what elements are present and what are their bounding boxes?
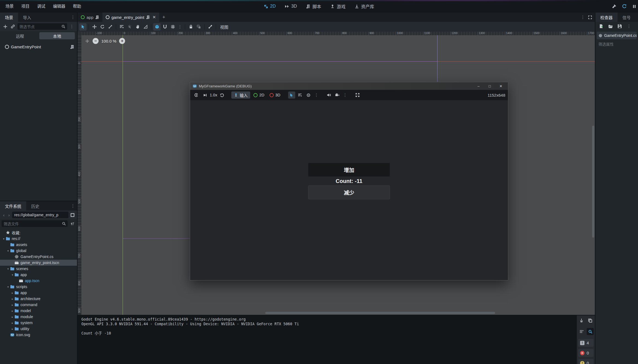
expander-icon[interactable]: ▾ — [10, 273, 14, 276]
fs-tree-item[interactable]: 收藏: — [0, 230, 77, 236]
vertical-scrollbar[interactable] — [592, 126, 594, 238]
local-tab[interactable]: 本地 — [39, 32, 75, 39]
scene-tab-app[interactable]: app — [78, 13, 102, 22]
game-window[interactable]: MyGFrameworkGame (DEBUG) – □ ✕ 1.0x — [190, 82, 508, 280]
decrease-button[interactable]: 减少 — [308, 185, 390, 199]
warnings-badge[interactable]: !0 — [578, 359, 593, 364]
snap-options-menu-icon[interactable] — [177, 24, 183, 29]
new-resource-button[interactable] — [598, 23, 604, 29]
collapse-duplicates-button[interactable] — [578, 328, 585, 335]
fs-tree-item[interactable]: ▾scripts — [0, 284, 77, 290]
center-view-icon[interactable] — [85, 39, 90, 44]
fs-tree-item[interactable]: ▾res:// — [0, 236, 77, 242]
new-scene-tab-button[interactable]: + — [159, 13, 169, 22]
expander-icon[interactable]: ▸ — [10, 297, 14, 300]
fs-dock-tab-menu-icon[interactable] — [70, 203, 76, 208]
remote-tab[interactable]: 远程 — [2, 32, 38, 39]
workspace-2d-tab[interactable]: 2D — [264, 4, 276, 9]
deselect-tool-button[interactable] — [126, 23, 133, 31]
inspector-tab-0[interactable]: 检查器 — [595, 13, 618, 22]
minimize-button[interactable]: – — [474, 82, 483, 90]
expander-icon[interactable]: ▸ — [10, 291, 14, 294]
rotate-tool-button[interactable] — [99, 23, 106, 31]
horizontal-scrollbar[interactable] — [265, 312, 495, 314]
build-hammer-icon[interactable] — [612, 4, 616, 9]
game-viewport[interactable]: 增加 Count: -11 减少 — [190, 100, 508, 280]
fs-tree-item[interactable]: ▾global — [0, 248, 77, 254]
expander-icon[interactable]: ▾ — [6, 267, 10, 270]
pan-tool-button[interactable] — [134, 23, 141, 31]
suspend-button[interactable] — [193, 91, 200, 99]
lock-node-button[interactable] — [187, 23, 194, 31]
zoom-out-button[interactable]: − — [93, 38, 99, 44]
view-menu-button[interactable]: 视图 — [218, 24, 231, 30]
menu-0[interactable]: 场景 — [2, 0, 17, 13]
menu-3[interactable]: 编辑器 — [49, 0, 69, 13]
clear-output-button[interactable] — [578, 317, 585, 324]
workspace-assetlib-tab[interactable]: 资产库 — [355, 3, 374, 10]
fs-tree-item[interactable]: ▾app — [0, 272, 77, 278]
fs-tree-item[interactable]: app.tscn — [0, 278, 77, 284]
scale-tool-button[interactable] — [107, 23, 114, 31]
workspace-3d-tab[interactable]: 3D — [285, 4, 297, 9]
restart-button[interactable] — [218, 91, 226, 99]
split-view-icon[interactable] — [69, 212, 75, 218]
grid-toggle-button[interactable] — [169, 23, 176, 31]
filter-files-input[interactable]: 筛选文件 — [2, 220, 68, 227]
load-resource-button[interactable] — [607, 23, 613, 29]
list-select-tool-button[interactable] — [118, 23, 125, 31]
fs-tree-item[interactable]: ▾scenes — [0, 266, 77, 272]
script-icon[interactable] — [95, 15, 99, 19]
game-fullscreen-button[interactable] — [354, 91, 361, 99]
expander-icon[interactable]: ▸ — [10, 327, 14, 330]
audio-toggle-button[interactable] — [325, 91, 332, 99]
nav-back-icon[interactable]: ‹ — [2, 213, 6, 217]
group-node-button[interactable] — [195, 23, 202, 31]
copy-output-button[interactable] — [587, 317, 594, 324]
sort-files-icon[interactable] — [69, 220, 75, 227]
increase-button[interactable]: 增加 — [308, 163, 390, 177]
move-tool-button[interactable] — [91, 23, 98, 31]
fs-tree-item[interactable]: ▸module — [0, 314, 77, 320]
selection-options-menu-icon[interactable] — [314, 93, 320, 97]
canvas-area[interactable]: − 100.0 % + MyGFrameworkGame (DEBUG) – □… — [81, 35, 595, 315]
script-icon[interactable] — [70, 45, 74, 49]
expand-viewport-icon[interactable] — [586, 14, 594, 21]
close-button[interactable]: ✕ — [496, 82, 506, 90]
expander-icon[interactable]: ▾ — [6, 249, 10, 252]
camera-2d-button[interactable]: 2D — [252, 91, 266, 99]
fs-tree-item[interactable]: game_entry_point.tscn — [0, 260, 77, 266]
pause-icon[interactable] — [632, 4, 636, 8]
save-resource-button[interactable] — [617, 23, 623, 29]
workspace-game-tab[interactable]: 游戏 — [330, 3, 345, 10]
focus-selection-button[interactable] — [305, 91, 312, 99]
camera-options-menu-icon[interactable] — [342, 93, 348, 97]
messages-badge[interactable]: !4 — [578, 339, 593, 347]
fs-tree-item[interactable]: ▸system — [0, 320, 77, 326]
input-mode-toggle[interactable]: 输入 — [231, 91, 250, 99]
game-select-mode-button[interactable] — [288, 91, 295, 99]
expander-icon[interactable]: ▾ — [6, 285, 10, 288]
add-node-button[interactable] — [2, 23, 8, 30]
inspector-tab-1[interactable]: 信号 — [618, 13, 636, 22]
fs-tree-item[interactable]: assets — [0, 242, 77, 248]
instance-scene-link-icon[interactable] — [10, 23, 16, 30]
close-tab-icon[interactable]: ✕ — [152, 15, 156, 20]
ruler-tool-button[interactable] — [142, 23, 149, 31]
fs-dock-tab-0[interactable]: 文件系统 — [0, 201, 26, 211]
skeleton-options-button[interactable] — [206, 23, 214, 31]
next-frame-button[interactable] — [201, 91, 208, 99]
zoom-level[interactable]: 100.0 % — [101, 39, 116, 43]
output-log[interactable]: Godot Engine v4.6.stable.mono.official.8… — [78, 315, 577, 364]
smart-snap-button[interactable] — [153, 23, 161, 31]
fs-tree-item[interactable]: icon.svg — [0, 332, 77, 338]
select-tool-button[interactable] — [79, 23, 87, 31]
scene-tab-game_entry_point[interactable]: game_entry_point✕ — [102, 13, 159, 22]
fs-tree-item[interactable]: ▸model — [0, 308, 77, 314]
speed-multiplier[interactable]: 1.0x — [210, 93, 217, 97]
menu-4[interactable]: 帮助 — [69, 0, 85, 13]
expander-icon[interactable]: ▸ — [10, 309, 14, 312]
fs-dock-tab-1[interactable]: 历史 — [26, 201, 44, 211]
filter-properties-input[interactable]: 筛选属性 — [597, 40, 637, 48]
inspected-resource-row[interactable]: GameEntryPoint.cs — [597, 32, 637, 39]
